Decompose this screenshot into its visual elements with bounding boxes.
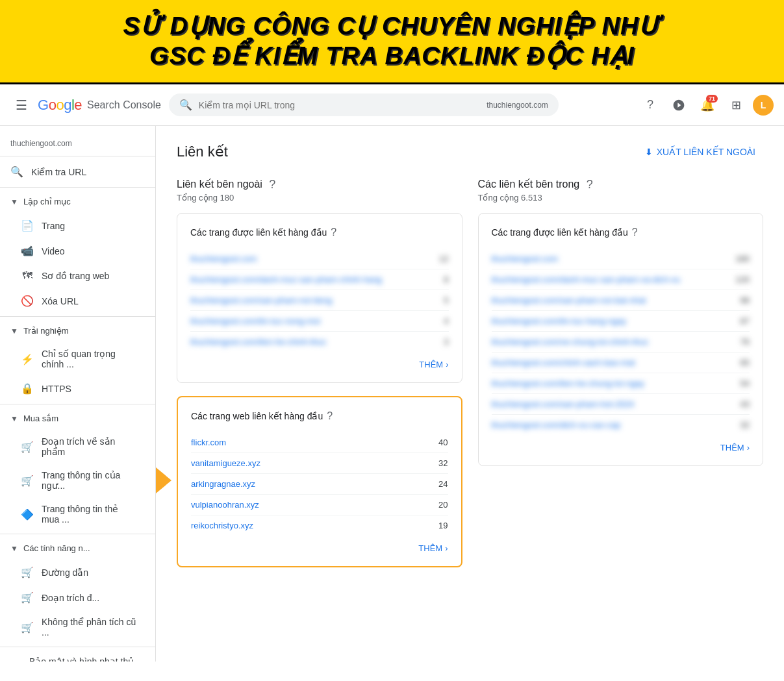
sidebar-item-search-url[interactable]: 🔍 Kiểm tra URL (0, 159, 147, 184)
index-section-header[interactable]: ▼ Lập chỉ mục (0, 190, 155, 213)
columns-layout: Liên kết bên ngoài ? Tổng cộng 180 Các t… (177, 178, 763, 580)
logo-area: ☰ Google Search Console (10, 92, 161, 118)
external-top-sites-card: Các trang web liên kết hàng đầu ? flickr… (177, 396, 462, 567)
divider-3 (0, 404, 155, 404)
table-row: thuchiengoot.com/ve-chung-toi-chinh-thuc… (492, 332, 750, 353)
table-row: reikochristyo.xyz 19 (191, 515, 448, 536)
row-url: thuchiengoot.com/lien-he-chung-toi-ngay (492, 378, 645, 388)
row-value: 19 (438, 521, 448, 530)
external-top-pages-more-link[interactable]: THÊM › (190, 352, 449, 369)
sidebar-item-no-analysis[interactable]: 🛒 Không thể phân tích cũ ... (0, 610, 147, 644)
table-row: thuchiengoot.com/dich-vu-cao-cap 32 (492, 415, 750, 435)
row-value: 24 (438, 479, 448, 489)
search-input[interactable] (199, 100, 480, 110)
avatar[interactable]: L (753, 95, 774, 116)
help-button[interactable]: ? (639, 93, 662, 117)
internal-top-pages-rows: thuchiengoot.com 180 thuchiengoot.com/da… (492, 249, 750, 435)
hamburger-icon[interactable]: ☰ (10, 92, 32, 118)
features-arrow-icon: ▼ (10, 544, 18, 553)
page-title: Liên kết (177, 143, 228, 160)
sidebar-item-core-vitals[interactable]: ⚡ Chỉ số quan trọng chính ... (0, 342, 147, 376)
row-url: thuchiengoot.com (492, 254, 559, 264)
sidebar-item-product-snippet[interactable]: 🛒 Đoạn trích về sản phẩm (0, 430, 147, 464)
row-url[interactable]: vanitamigueze.xyz (191, 458, 260, 468)
app-name: Search Console (87, 99, 161, 111)
row-url[interactable]: arkingragnae.xyz (191, 479, 255, 489)
row-value: 54 (740, 378, 750, 388)
video-icon: 📹 (21, 245, 34, 257)
sidebar-item-sitemap[interactable]: 🗺 Sơ đồ trang web (0, 264, 147, 288)
table-row: thuchiengoot.com/tin-tuc-nong-moi 4 (190, 311, 449, 332)
row-value: 40 (438, 438, 448, 447)
row-value: 4 (444, 316, 448, 326)
sidebar-item-merchant[interactable]: 🛒 Trang thông tin của ngư... (0, 464, 147, 497)
internal-links-column: Các liên kết bên trong ? Tổng cộng 6.513… (478, 178, 764, 580)
search-bar[interactable]: 🔍 thuchiengoot.com (169, 93, 559, 116)
features-section-header[interactable]: ▼ Các tính năng n... (0, 537, 155, 560)
sidebar-item-xoa-url[interactable]: 🚫 Xóa URL (0, 288, 147, 314)
external-top-sites-help-icon[interactable]: ? (327, 410, 333, 422)
sidebar-item-breadcrumb[interactable]: 🛒 Đường dẫn (0, 560, 147, 585)
shopping-section-header[interactable]: ▼ Mua sắm (0, 407, 155, 430)
download-icon: ⬇ (645, 147, 653, 157)
table-row: thuchiengoot.com/lien-he-chung-toi-ngay … (492, 373, 750, 394)
internal-top-pages-title: Các trang được liên kết hàng đầu ? (492, 227, 750, 238)
row-url: thuchiengoot.com/tin-tuc-nong-moi (190, 316, 320, 326)
sidebar-item-video[interactable]: 📹 Video (0, 238, 147, 264)
row-value: 87 (740, 316, 750, 326)
row-value: 180 (735, 254, 750, 264)
internal-top-pages-card: Các trang được liên kết hàng đầu ? thuch… (478, 213, 764, 466)
internal-section-title: Các liên kết bên trong ? (478, 178, 764, 192)
export-button[interactable]: ⬇ XUẤT LIÊN KẾT NGOÀI (637, 142, 763, 162)
external-top-pages-help-icon[interactable]: ? (331, 227, 336, 238)
experience-arrow-icon: ▼ (10, 327, 18, 336)
notifications-button[interactable]: 🔔 71 (696, 93, 719, 117)
row-url: thuchiengoot.com/dich-vu-cao-cap (492, 420, 621, 430)
row-url[interactable]: reikochristyo.xyz (191, 521, 253, 530)
table-row: arkingragnae.xyz 24 (191, 474, 448, 495)
sidebar-item-snippet[interactable]: 🛒 Đoạn trích đ... (0, 585, 147, 610)
more-chevron-icon: › (446, 360, 448, 369)
table-row: flickr.com 40 (191, 432, 448, 453)
row-value: 65 (740, 358, 750, 367)
topbar-actions: ? 🔔 71 ⊞ L (639, 93, 774, 117)
external-top-pages-rows: thuchiengoot.com 12 thuchiengoot.com/dan… (190, 249, 449, 352)
sidebar-item-https[interactable]: 🔒 HTTPS (0, 376, 147, 401)
external-section-count: Tổng cộng 180 (177, 193, 462, 203)
row-value: 20 (438, 500, 448, 510)
external-top-sites-more-link[interactable]: THÊM › (191, 536, 448, 553)
external-top-sites-rows: flickr.com 40 vanitamigueze.xyz 32 arkin… (191, 432, 448, 536)
accounts-button[interactable] (667, 93, 690, 117)
internal-help-icon[interactable]: ? (587, 178, 593, 191)
content-area: Liên kết ⬇ XUẤT LIÊN KẾT NGOÀI Liên kết … (156, 126, 784, 662)
row-url: thuchiengoot.com/chinh-sach-bao-mat (492, 358, 635, 367)
sidebar-item-trang[interactable]: 📄 Trang (0, 213, 147, 238)
table-row: vulpianoohran.xyz 20 (191, 495, 448, 515)
internal-top-pages-help-icon[interactable]: ? (632, 227, 638, 238)
xoa-url-icon: 🚫 (21, 295, 34, 307)
external-help-icon[interactable]: ? (269, 178, 275, 191)
sidebar-item-security[interactable]: ▶ Bảo mật và hình phạt thủ công (0, 650, 147, 662)
internal-top-pages-more-link[interactable]: THÊM › (492, 435, 750, 452)
row-url[interactable]: vulpianoohran.xyz (191, 500, 259, 510)
row-url: thuchiengoot.com (190, 254, 257, 264)
https-icon: 🔒 (21, 382, 34, 395)
table-row: thuchiengoot.com/san-pham-noi-bat-nhat 9… (492, 290, 750, 311)
search-icon: 🔍 (179, 99, 192, 111)
no-analysis-icon: 🛒 (21, 621, 34, 634)
security-icon: ▶ (10, 661, 21, 662)
shopping-tab-icon: 🔷 (21, 508, 34, 521)
table-row: thuchiengoot.com/tin-tuc-hang-ngay 87 (492, 311, 750, 332)
row-url[interactable]: flickr.com (191, 438, 226, 447)
experience-section-header[interactable]: ▼ Trải nghiệm (0, 319, 155, 342)
sidebar-item-shopping-tab[interactable]: 🔷 Trang thông tin thẻ mua ... (0, 497, 147, 531)
apps-button[interactable]: ⊞ (724, 93, 748, 117)
trang-icon: 📄 (21, 219, 34, 232)
shopping-arrow-icon: ▼ (10, 414, 18, 423)
banner: SỬ DỤNG CÔNG CỤ CHUYÊN NGHIỆP NHƯ GSC ĐỂ… (0, 0, 784, 84)
table-row: thuchiengoot.com/danh-muc-san-pham-chinh… (190, 269, 449, 290)
sidebar: thuchiengoot.com 🔍 Kiểm tra URL ▼ Lập ch… (0, 126, 156, 662)
sidebar-property[interactable]: thuchiengoot.com (0, 131, 155, 156)
table-row: vanitamigueze.xyz 32 (191, 453, 448, 474)
row-value: 76 (740, 337, 750, 347)
